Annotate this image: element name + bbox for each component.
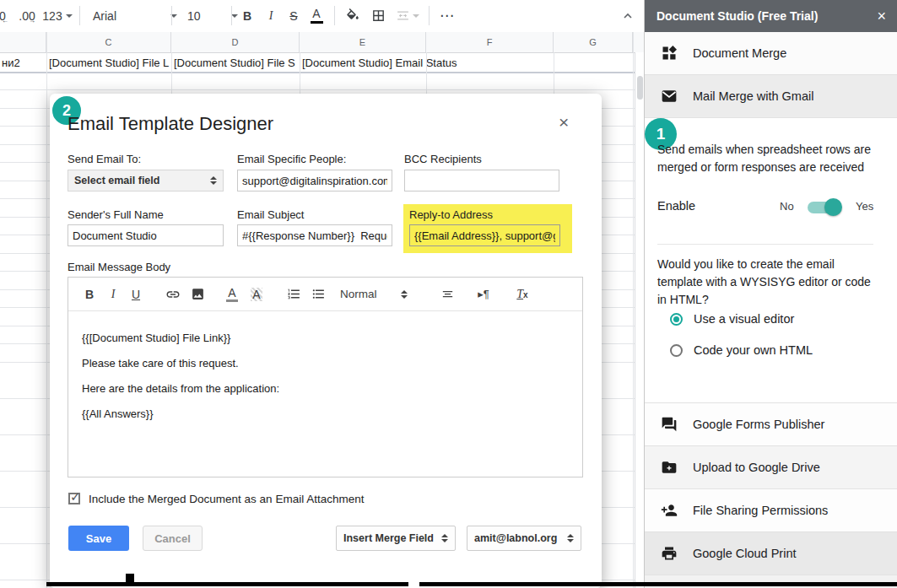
dialog-close-icon[interactable]: × <box>559 112 569 132</box>
column-header-e[interactable]: E <box>300 32 426 52</box>
message-body-editor[interactable]: B I U A <box>68 277 583 477</box>
cancel-button[interactable]: Cancel <box>143 526 203 551</box>
toolbar-divider <box>334 6 335 25</box>
bold-button[interactable]: B <box>236 0 258 31</box>
editor-paragraph-direction-button[interactable]: ▸¶ <box>473 278 494 310</box>
drive-folder-add-icon <box>661 459 678 476</box>
reply-to-address-input[interactable] <box>409 224 560 246</box>
text-color-icon: A <box>226 287 238 302</box>
sidebar-item-mail-merge[interactable]: Mail Merge with Gmail <box>645 75 897 118</box>
editor-line[interactable]: {{[Document Studio] File Link}} <box>82 332 230 344</box>
visual-editor-radio[interactable] <box>670 313 683 326</box>
toolbar-divider <box>79 6 80 25</box>
toggle-knob[interactable] <box>824 198 842 216</box>
editor-align-button[interactable] <box>438 278 457 310</box>
number-format-button[interactable]: 123 <box>41 0 74 31</box>
select-spinner-icon <box>567 534 574 542</box>
vertical-scrollbar[interactable] <box>635 52 644 588</box>
numbered-list-icon <box>287 287 301 301</box>
printer-icon <box>661 545 678 562</box>
send-email-to-select[interactable]: Select email field <box>68 170 224 192</box>
editor-highlight-button[interactable]: A <box>248 278 265 310</box>
editor-clear-formatting-button[interactable]: T x <box>512 278 532 310</box>
email-specific-people-input[interactable] <box>237 170 392 192</box>
highlight-icon: A <box>251 288 262 301</box>
column-header-f[interactable]: F <box>426 32 554 52</box>
column-header-g[interactable]: G <box>554 32 633 52</box>
reply-to-address-label: Reply-to Address <box>409 208 493 221</box>
sidebar-item-document-merge[interactable]: Document Merge <box>645 32 897 75</box>
sheets-toolbar: .0 ← .00 → 123 Arial 10 B I S <box>0 0 643 33</box>
bcc-recipients-label: BCC Recipients <box>404 153 482 165</box>
corner-header-cell[interactable] <box>0 32 46 52</box>
html-editor-radio[interactable] <box>670 344 683 357</box>
video-progress-bar <box>46 582 408 586</box>
number-format-icon: 123 <box>42 9 62 23</box>
app-root: .0 ← .00 → 123 Arial 10 B I S <box>0 0 897 588</box>
from-email-select[interactable]: amit@labnol.org <box>467 526 581 551</box>
editor-link-button[interactable] <box>164 278 182 310</box>
sidebar-title: Document Studio (Free Trial) <box>657 9 877 23</box>
increase-decimal-arrow-icon: → <box>29 17 35 24</box>
insert-merge-field-select[interactable]: Insert Merge Field <box>336 526 456 551</box>
decrease-decimal-button[interactable]: .0 ← <box>0 0 12 31</box>
collapse-toolbar-button[interactable] <box>616 0 640 31</box>
font-size-value: 10 <box>187 9 231 23</box>
insert-merge-field-value: Insert Merge Field <box>343 532 438 544</box>
gridline-vertical <box>46 32 47 588</box>
cell-b1[interactable]: ни2 <box>2 57 46 69</box>
sender-full-name-input[interactable] <box>68 224 224 246</box>
gridline-vertical <box>300 52 300 94</box>
checkmark-icon: ✓ <box>70 489 81 504</box>
column-label: F <box>487 37 493 47</box>
increase-decimal-button[interactable]: .00 → <box>15 0 39 31</box>
column-label: C <box>105 37 112 47</box>
column-label: G <box>589 37 597 47</box>
align-icon <box>440 287 455 301</box>
scrollbar-thumb[interactable] <box>637 76 643 100</box>
fill-color-button[interactable] <box>341 0 365 31</box>
cell-e1[interactable]: [Document Studio] Email Status <box>302 57 505 69</box>
bcc-recipients-input[interactable] <box>404 170 559 192</box>
merge-cells-button[interactable] <box>391 0 424 31</box>
merge-cells-icon <box>396 8 410 23</box>
cell-d1[interactable]: [Document Studio] File S <box>174 57 299 69</box>
clear-formatting-icon: T x <box>516 288 527 301</box>
editor-image-button[interactable] <box>188 278 207 310</box>
save-button[interactable]: Save <box>68 526 129 551</box>
sidebar-item-cloud-print[interactable]: Google Cloud Print <box>645 532 897 575</box>
sidebar-item-upload-drive[interactable]: Upload to Google Drive <box>645 446 897 489</box>
editor-line[interactable]: Please take care of this request. <box>82 357 239 370</box>
column-header-c[interactable]: C <box>46 32 171 52</box>
sidebar-item-file-sharing[interactable]: File Sharing Permissions <box>645 489 897 532</box>
editor-line[interactable]: {{All Answers}} <box>82 407 154 420</box>
panel-divider <box>657 244 873 245</box>
borders-button[interactable] <box>366 0 390 31</box>
editor-italic-button[interactable]: I <box>105 278 121 310</box>
font-family-select[interactable]: Arial <box>84 0 177 31</box>
editor-numbered-list-button[interactable] <box>284 278 303 310</box>
text-color-button[interactable]: A <box>305 0 327 31</box>
editor-text-color-button[interactable]: A <box>224 278 240 310</box>
frozen-row-divider <box>0 72 635 73</box>
editor-bulleted-list-button[interactable] <box>309 278 327 310</box>
email-template-designer-dialog: Email Template Designer × Send Email To:… <box>50 94 602 588</box>
cell-c1[interactable]: [Document Studio] File L <box>49 57 170 69</box>
select-spinner-icon <box>210 176 217 185</box>
bulleted-list-icon <box>311 287 326 301</box>
sidebar-close-icon[interactable]: × <box>877 8 886 25</box>
editor-line[interactable]: Here are the details from the applicatio… <box>82 382 279 395</box>
editor-paragraph-style-select[interactable]: Normal <box>340 278 408 310</box>
enable-toggle[interactable] <box>808 202 840 213</box>
editor-bold-button[interactable]: B <box>82 278 97 310</box>
strikethrough-button[interactable]: S <box>283 0 305 31</box>
attachment-checkbox[interactable]: ✓ <box>68 493 80 504</box>
editor-underline-button[interactable]: U <box>128 278 143 310</box>
more-toolbar-button[interactable]: ⋯ <box>435 0 460 31</box>
video-progress-marker <box>126 574 134 586</box>
italic-button[interactable]: I <box>260 0 282 31</box>
font-size-select[interactable]: 10 <box>177 0 238 31</box>
sidebar-item-forms-publisher[interactable]: Google Forms Publisher <box>645 403 897 446</box>
email-subject-input[interactable] <box>237 224 392 246</box>
column-header-d[interactable]: D <box>171 32 300 52</box>
